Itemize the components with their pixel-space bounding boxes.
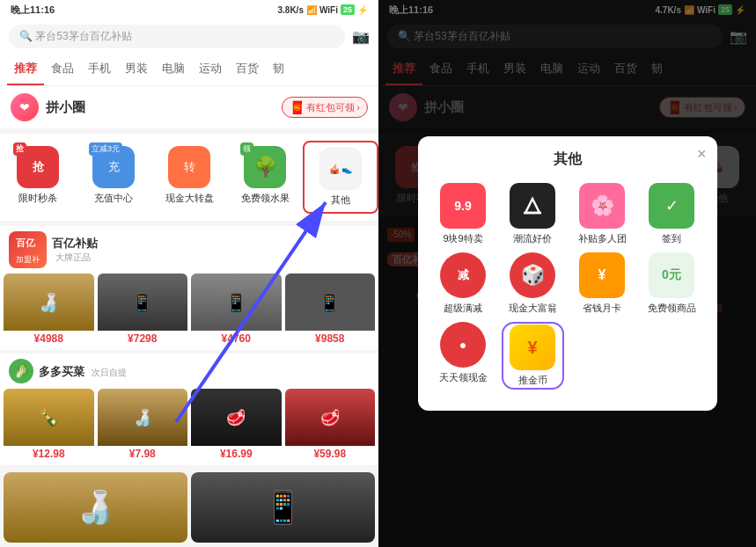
left-tab-diannao[interactable]: 电脑	[155, 54, 192, 85]
left-tab-nanzhuang[interactable]: 男装	[118, 54, 155, 85]
left-tab-ren[interactable]: 韧	[266, 54, 291, 85]
left-status-icons: 3.8K/s 📶 WiFi 25 ⚡	[278, 4, 369, 15]
left-red-packet-btn[interactable]: 🧧 有红包可领 ›	[282, 97, 368, 118]
right-modal-tuijin-icon: ¥	[510, 325, 555, 370]
left-prod-bottle[interactable]: 🍾 ¥12.98	[4, 389, 94, 462]
left-shuiguo-label: 免费领水果	[241, 192, 290, 205]
right-modal-qiandao[interactable]: ✓ 签到	[641, 183, 703, 245]
left-grid-item-miaosha[interactable]: 抢 抢 限时秒杀	[0, 141, 76, 214]
left-shuiguo-icon: 🌳 领	[244, 146, 286, 188]
left-grid-item-shuiguo[interactable]: 🌳 领 免费领水果	[227, 141, 303, 214]
left-search-placeholder: 🔍 茅台53茅台百亿补贴	[19, 29, 132, 44]
left-large-maotai[interactable]: 🍶	[4, 472, 187, 543]
left-prod-phone2-price: ¥4760	[191, 331, 282, 346]
right-modal-row3: ● 天天领现金 ¥ 推金币	[432, 322, 703, 390]
left-section1-title: 百亿补贴	[52, 236, 98, 252]
left-icon-grid: 抢 抢 限时秒杀 充 立减3元 充值中心 转 现金大转盘	[0, 134, 378, 221]
left-tab-yundong[interactable]: 运动	[192, 54, 229, 85]
left-grid-item-chongzhi[interactable]: 充 立减3元 充值中心	[76, 141, 151, 214]
left-prod-maotai2-price: ¥7.98	[98, 446, 188, 462]
right-modal-tianling[interactable]: ● 天天领现金	[432, 322, 495, 390]
left-tab-shouji[interactable]: 手机	[81, 54, 118, 85]
left-nav-tabs: 推荐 食品 手机 男装 电脑 运动 百货 韧	[0, 54, 378, 86]
left-tab-baihuo[interactable]: 百货	[229, 54, 266, 85]
right-modal-shengqian[interactable]: ¥ 省钱月卡	[571, 252, 634, 315]
left-section1-header: 百亿 加盟补 百亿补贴 大牌正品	[0, 226, 378, 270]
right-modal-shengqian-icon: ¥	[579, 252, 625, 298]
right-modal-99-icon: 9.9	[440, 183, 486, 229]
left-battery: 25	[341, 4, 355, 15]
left-large-products: 🍶 📱	[0, 469, 378, 546]
left-large-phone[interactable]: 📱	[191, 472, 375, 543]
svg-marker-2	[525, 199, 539, 213]
right-modal-row2: 减 超级满减 🎲 现金大富翁 ¥ 省钱月卡	[432, 252, 703, 315]
left-network: 3.8K/s	[278, 5, 304, 15]
left-prod-bottle-img: 🍾	[4, 389, 94, 446]
left-content: ❤ 拼小圈 🧧 有红包可领 › 抢 抢 限时秒杀 充 立减	[0, 86, 378, 547]
left-prod-beef-price: ¥59.98	[285, 446, 376, 462]
left-search-bar: 🔍 茅台53茅台百亿补贴 📷	[0, 19, 378, 54]
right-modal-tianling-label: 天天领现金	[439, 371, 488, 384]
left-section2-title: 多多买菜	[39, 365, 84, 378]
left-signal-icon: 📶	[306, 5, 317, 15]
left-section2-header: 🥬 多多买菜 次日自提	[0, 354, 378, 385]
right-modal-manjian[interactable]: 减 超级满减	[432, 252, 495, 315]
right-modal-fuweng-icon: 🎲	[510, 252, 555, 298]
left-prod-phone1[interactable]: 📱 ¥7298	[98, 274, 188, 346]
left-qita-label: 其他	[331, 193, 350, 207]
right-modal-adidas[interactable]: 潮流好价	[502, 183, 564, 245]
left-prod-maotai2[interactable]: 🍶 ¥7.98	[98, 389, 188, 462]
left-grid-item-zhuanpan[interactable]: 转 现金大转盘	[151, 141, 227, 214]
left-search-input[interactable]: 🔍 茅台53茅台百亿补贴	[9, 25, 345, 48]
right-modal-lingpin-label: 免费领商品	[648, 302, 696, 315]
left-tab-shipin[interactable]: 食品	[44, 54, 81, 85]
right-modal-manjian-icon: 减	[440, 252, 486, 298]
left-prod-food-price: ¥16.99	[191, 446, 282, 462]
left-prod-phone1-img: 📱	[98, 274, 188, 331]
left-section1-badge2: 加盟补	[16, 255, 40, 264]
right-modal-adidas-icon	[510, 183, 555, 229]
left-phone-panel: 晚上11:16 3.8K/s 📶 WiFi 25 ⚡ 🔍 茅台53茅台百亿补贴 …	[0, 0, 378, 547]
right-modal-empty2	[641, 322, 703, 390]
left-prod-phone3[interactable]: 📱 ¥9858	[285, 274, 376, 346]
left-tab-tuijian[interactable]: 推荐	[7, 54, 44, 85]
left-prod-food[interactable]: 🥩 ¥16.99	[191, 389, 282, 462]
right-modal-tuijin[interactable]: ¥ 推金币	[502, 322, 564, 390]
left-qita-icon: 🎪👟	[319, 148, 362, 190]
right-modal-close[interactable]: ×	[697, 145, 707, 164]
left-prod-beef[interactable]: 🥩 ¥59.98	[285, 389, 376, 462]
right-modal-lingpin[interactable]: 0元 免费领商品	[641, 252, 703, 315]
left-chongzhi-label: 充值中心	[94, 192, 133, 205]
left-shuiguo-badge: 领	[240, 142, 253, 156]
left-miaosha-icon: 抢 抢	[17, 146, 59, 188]
left-red-packet-label: 有红包可领	[306, 101, 355, 114]
right-modal-fuweng[interactable]: 🎲 现金大富翁	[502, 252, 564, 315]
left-prod-maotai2-img: 🍶	[98, 389, 188, 446]
left-section2-sub: 次日自提	[92, 368, 127, 377]
left-prod-food-img: 🥩	[191, 389, 282, 446]
left-prod-bottle-price: ¥12.98	[4, 446, 94, 462]
left-camera-icon[interactable]: 📷	[352, 28, 370, 45]
right-modal-manjian-label: 超级满减	[444, 302, 482, 315]
left-section2-icon: 🥬	[9, 359, 33, 383]
left-charge-icon: ⚡	[357, 5, 368, 15]
right-modal-budao-icon: 🌸	[579, 183, 625, 229]
right-modal-row1: 9.9 9块9特卖 潮流好价 🌸	[432, 183, 703, 245]
left-prod-beef-img: 🥩	[285, 389, 376, 446]
left-grid-item-qita[interactable]: 🎪👟 其他	[303, 141, 378, 214]
left-chongzhi-badge: 立减3元	[89, 142, 122, 156]
left-prod-maotai[interactable]: 🍶 ¥4988	[4, 274, 94, 346]
right-modal-shengqian-label: 省钱月卡	[583, 302, 621, 315]
left-prod-phone2[interactable]: 📱 ¥4760	[191, 274, 282, 346]
left-duoduomaicai-section: 🥬 多多买菜 次日自提 🍾 ¥12.98 🍶 ¥7.98	[0, 354, 378, 465]
right-modal: × 其他 9.9 9块9特卖 潮流好价	[418, 136, 717, 411]
right-modal-overlay[interactable]: × 其他 9.9 9块9特卖 潮流好价	[378, 0, 756, 547]
right-modal-lingpin-icon: 0元	[649, 252, 694, 298]
right-modal-99[interactable]: 9.9 9块9特卖	[432, 183, 495, 245]
right-modal-budao-label: 补贴多人团	[578, 232, 627, 245]
right-modal-fuweng-label: 现金大富翁	[509, 302, 557, 315]
right-modal-budao[interactable]: 🌸 补贴多人团	[571, 183, 634, 245]
right-modal-tianling-icon: ●	[440, 322, 486, 368]
left-prod-phone1-price: ¥7298	[98, 331, 188, 346]
left-miaosha-badge: 抢	[13, 142, 26, 156]
